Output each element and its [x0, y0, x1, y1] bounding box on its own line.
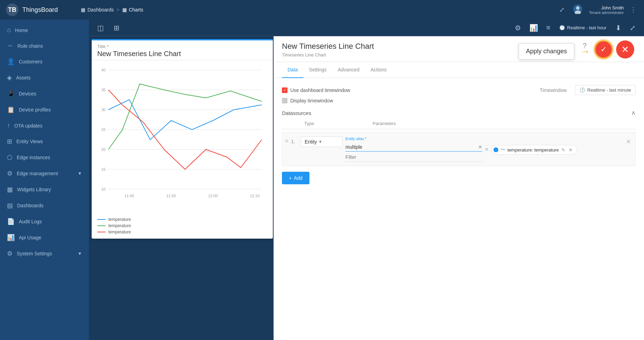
datasource-table-header: Type Parameters: [282, 121, 636, 129]
edge-management-icon: ⚙: [7, 170, 13, 177]
sidebar-item-device-profiles[interactable]: 📋 Device profiles: [0, 102, 89, 118]
sidebar-item-edge-instances[interactable]: ⬡ Edge instances: [0, 149, 89, 165]
sidebar-item-devices[interactable]: 📱 Devices: [0, 86, 89, 102]
sidebar-item-label: Home: [15, 28, 28, 33]
breadcrumb-dashboards[interactable]: ▦ Dashboards: [81, 7, 114, 13]
widget-chart-title: New Timeseries Line Chart: [97, 50, 267, 58]
sidebar-item-label: Rule chains: [17, 43, 43, 49]
timewindow-section-label: Timewindow: [540, 87, 567, 93]
sidebar-item-api-usage[interactable]: 📊 Api Usage: [0, 230, 89, 246]
customers-icon: 👤: [7, 58, 15, 65]
fullscreen-dash-button[interactable]: ⤢: [627, 22, 638, 34]
edit-tabs: Data Settings Advanced Actions: [274, 62, 644, 78]
apply-changes-callout: Apply changes: [519, 43, 574, 60]
settings-gear-button[interactable]: ⚙: [512, 22, 524, 34]
assets-icon: ◈: [7, 74, 12, 82]
tab-actions[interactable]: Actions: [365, 62, 392, 78]
datasources-section: Datasources ∧ Type Parameters ≡ 1.: [282, 109, 636, 166]
edit-content: ✓ Use dashboard timewindow Timewindow 🕐 …: [274, 78, 644, 340]
tag-edit-button[interactable]: ✎: [561, 147, 566, 153]
filter-button[interactable]: ≡: [544, 22, 553, 34]
rule-chains-icon: ↔: [7, 42, 13, 49]
svg-text:11:50: 11:50: [166, 194, 176, 198]
sidebar-item-audit-logs[interactable]: 📄 Audit Logs: [0, 214, 89, 230]
display-timewindow-checkbox[interactable]: [282, 98, 288, 103]
use-dashboard-timewindow-label[interactable]: ✓ Use dashboard timewindow: [282, 87, 350, 93]
sidebar-item-label: Edge instances: [17, 155, 50, 160]
top-nav: TB ThingsBoard ▦ Dashboards > ▦ Charts ⤢…: [0, 0, 644, 20]
sidebar-item-rule-chains[interactable]: ↔ Rule chains: [0, 38, 89, 54]
entity-views-icon: ⊞: [7, 138, 12, 145]
sidebar-item-entity-views[interactable]: ⊞ Entity Views: [0, 133, 89, 149]
settings-expand-arrow-icon: ▼: [78, 251, 82, 256]
widget-chart-area: 40 35 30 25 20 15 10 11:40 11:50 12:00 1…: [92, 60, 273, 214]
chart-svg: 40 35 30 25 20 15 10 11:40 11:50 12:00 1…: [94, 63, 269, 213]
sidebar-item-label: Widgets Library: [17, 187, 51, 192]
legend-line-red: [97, 232, 106, 232]
svg-text:12:00: 12:00: [208, 194, 218, 198]
api-usage-icon: 📊: [7, 234, 15, 241]
filter-input[interactable]: [345, 154, 482, 162]
sidebar-item-ota-updates[interactable]: ↑ OTA updates: [0, 118, 89, 133]
sidebar-item-assets[interactable]: ◈ Assets: [0, 70, 89, 86]
params-column-header: Parameters: [373, 121, 633, 126]
apply-confirm-button[interactable]: ✓: [595, 40, 613, 59]
sidebar-item-widgets-library[interactable]: ▦ Widgets Library: [0, 181, 89, 198]
alias-label: Entity alias *: [345, 137, 482, 141]
use-dashboard-timewindow-checkbox[interactable]: ✓: [282, 87, 288, 93]
datasource-params-section: Entity alias * ✕: [345, 137, 482, 162]
datasource-row: ≡ 1. Entity ▼ Entity alias *: [282, 132, 636, 166]
tab-settings[interactable]: Settings: [304, 62, 332, 78]
add-datasource-button[interactable]: + Add: [282, 172, 309, 184]
tag-line-icon: 〜: [500, 147, 505, 153]
alias-clear-button[interactable]: ✕: [478, 144, 482, 150]
svg-text:25: 25: [101, 128, 106, 132]
tab-advanced[interactable]: Advanced: [332, 62, 365, 78]
timewindow-picker-button[interactable]: 🕐 Realtime - last minute: [575, 85, 636, 95]
logo-area: TB ThingsBoard: [6, 3, 75, 16]
svg-text:15: 15: [101, 167, 106, 171]
type-column-header: Type: [304, 121, 367, 126]
datasources-header: Datasources ∧: [282, 109, 636, 117]
more-menu-button[interactable]: ⋮: [628, 4, 638, 16]
display-timewindow-row: Display timewindow: [282, 98, 636, 103]
dashboard-area: ◫ ⊞ ⚙ 📊 ≡ 🕐 Realtime - last hour ⬇ ⤢: [89, 20, 644, 340]
datasource-type-select[interactable]: Entity ▼: [301, 137, 343, 147]
top-nav-right: ⤢ John Smith Tenant administrator ⋮: [557, 2, 638, 18]
datasource-row-remove-button[interactable]: ✕: [624, 137, 632, 147]
sidebar-item-customers[interactable]: 👤 Customers: [0, 54, 89, 70]
timewindow-button[interactable]: 🕐 Realtime - last hour: [556, 23, 610, 32]
display-timewindow-label[interactable]: Display timewindow: [282, 98, 333, 103]
alias-input[interactable]: [345, 144, 475, 150]
devices-icon: 📱: [7, 90, 15, 98]
legend-label-1: temperature: [108, 217, 131, 222]
edge-instances-icon: ⬡: [7, 154, 13, 161]
svg-text:20: 20: [101, 147, 106, 152]
grid-button[interactable]: ⊞: [111, 22, 122, 34]
edit-panel: Apply changes → New Timeseries Line Char…: [274, 36, 644, 340]
tag-remove-button[interactable]: ✕: [568, 147, 573, 153]
download-button[interactable]: ⬇: [613, 22, 624, 34]
datasource-number: 1.: [291, 137, 298, 144]
user-name: John Smith: [589, 5, 624, 10]
user-avatar-button[interactable]: [571, 2, 585, 18]
sidebar-item-dashboards[interactable]: ▤ Dashboards: [0, 198, 89, 214]
layers-button[interactable]: ◫: [94, 22, 107, 34]
sidebar-item-label: Audit Logs: [19, 219, 42, 224]
widget-title-label: Title *: [97, 44, 267, 49]
widget-header: Title * New Timeseries Line Chart: [92, 40, 273, 60]
sidebar-item-edge-management[interactable]: ⚙ Edge management ▼: [0, 165, 89, 181]
audit-logs-icon: 📄: [7, 218, 15, 225]
svg-text:40: 40: [101, 68, 106, 72]
fullscreen-button[interactable]: ⤢: [557, 4, 567, 16]
datasources-collapse-button[interactable]: ∧: [631, 109, 636, 117]
sidebar-item-home[interactable]: ⌂ Home: [0, 22, 89, 38]
apply-cancel-button[interactable]: ✕: [616, 40, 634, 59]
clock-icon: 🕐: [559, 25, 565, 30]
entity-count-button[interactable]: 📊: [527, 22, 541, 34]
drag-handle-icon[interactable]: ≡: [285, 137, 288, 144]
tab-data[interactable]: Data: [282, 62, 304, 78]
sidebar-item-label: Devices: [19, 91, 36, 96]
sidebar-item-label: Customers: [19, 59, 43, 64]
sidebar-item-system-settings[interactable]: ⚙ System Settings ▼: [0, 246, 89, 262]
